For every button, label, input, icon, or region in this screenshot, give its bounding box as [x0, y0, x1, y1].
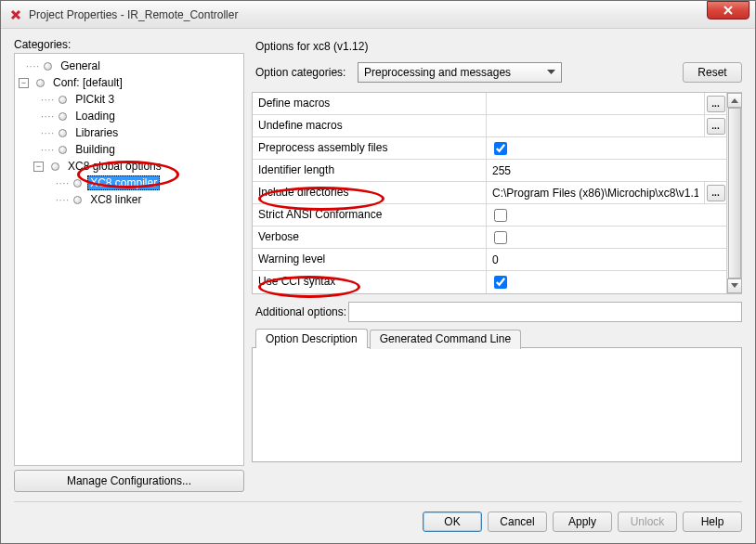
tree-connector: ····: [41, 111, 55, 122]
tab-option-description[interactable]: Option Description: [255, 329, 368, 348]
option-row: Undefine macros...: [253, 115, 726, 137]
option-label: Strict ANSI Conformance: [253, 204, 487, 226]
option-value[interactable]: [487, 137, 726, 159]
content-area: Categories: ···· General − Conf:: [1, 29, 755, 470]
additional-options-label: Additional options:: [252, 305, 348, 318]
option-text-input[interactable]: [490, 186, 700, 201]
option-categories-combo[interactable]: Preprocessing and messages: [358, 62, 562, 83]
option-action: ...: [704, 115, 726, 136]
manage-row: Manage Configurations...: [1, 470, 755, 496]
tree-node-loading[interactable]: Loading: [72, 110, 118, 123]
option-value[interactable]: [487, 204, 726, 226]
tree-connector: ····: [41, 95, 55, 105]
tree-bullet-icon: [36, 79, 45, 87]
cancel-label: Cancel: [500, 515, 534, 528]
tree-node-xc8compiler[interactable]: XC8 compiler: [87, 175, 160, 190]
tab-label: Option Description: [266, 332, 358, 345]
manage-configurations-label: Manage Configurations...: [67, 474, 191, 487]
help-button[interactable]: Help: [683, 512, 742, 532]
option-row: Verbose: [253, 227, 726, 249]
chevron-down-icon: [542, 65, 559, 80]
option-value[interactable]: [487, 115, 704, 136]
unlock-label: Unlock: [631, 515, 665, 528]
categories-tree[interactable]: ···· General − Conf: [default]: [14, 53, 244, 466]
ellipsis-button[interactable]: ...: [707, 96, 725, 112]
option-checkbox[interactable]: [494, 231, 507, 244]
option-label: Verbose: [253, 227, 487, 248]
dialog-button-bar: OK Cancel Apply Unlock Help: [1, 502, 755, 543]
additional-options-row: Additional options:: [252, 302, 742, 322]
option-checkbox[interactable]: [494, 142, 507, 155]
option-value[interactable]: [487, 160, 726, 181]
tree-bullet-icon: [73, 179, 82, 188]
tree-node-xc8linker[interactable]: XC8 linker: [87, 193, 144, 206]
option-action: ...: [704, 182, 726, 203]
option-categories-value: Preprocessing and messages: [364, 66, 511, 79]
option-checkbox[interactable]: [494, 209, 507, 222]
option-value[interactable]: [487, 227, 726, 248]
app-icon: [8, 7, 23, 22]
ellipsis-button[interactable]: ...: [707, 185, 725, 201]
scroll-down-icon[interactable]: [727, 278, 742, 293]
titlebar: Project Properties - IR_Remote_Controlle…: [1, 1, 755, 29]
tree-connector: ····: [41, 145, 55, 155]
tree-toggle-conf[interactable]: −: [19, 78, 29, 88]
tree-node-xc8global[interactable]: XC8 global options: [65, 160, 164, 173]
option-action: ...: [704, 93, 726, 114]
option-label: Define macros: [253, 93, 487, 114]
window-title: Project Properties - IR_Remote_Controlle…: [29, 8, 707, 21]
tree-toggle-xc8global[interactable]: −: [33, 162, 44, 172]
help-label: Help: [701, 515, 724, 528]
option-row: Include directories...: [253, 182, 726, 204]
option-text-input[interactable]: [490, 163, 723, 178]
additional-options-input[interactable]: [348, 302, 742, 322]
option-label: Warning level: [253, 249, 487, 270]
right-pane: Options for xc8 (v1.12) Option categorie…: [252, 38, 742, 466]
option-checkbox[interactable]: [494, 276, 507, 289]
option-row: Preprocess assembly files: [253, 137, 726, 160]
window-frame: Project Properties - IR_Remote_Controlle…: [0, 0, 756, 544]
tree-node-building[interactable]: Building: [72, 143, 118, 156]
option-value[interactable]: [487, 182, 704, 203]
tab-body: [252, 347, 742, 462]
tree-connector: ····: [26, 61, 40, 71]
unlock-button[interactable]: Unlock: [618, 512, 677, 532]
option-value[interactable]: [487, 249, 726, 270]
apply-button[interactable]: Apply: [553, 512, 612, 532]
tree-connector: ····: [41, 128, 55, 138]
ellipsis-button[interactable]: ...: [707, 118, 725, 135]
tree-node-libraries[interactable]: Libraries: [72, 126, 121, 139]
scroll-up-icon[interactable]: [727, 93, 742, 108]
tree-bullet-icon: [73, 196, 82, 204]
reset-button-label: Reset: [697, 66, 726, 79]
manage-configurations-button[interactable]: Manage Configurations...: [14, 470, 244, 492]
option-row: Define macros...: [253, 93, 726, 115]
option-row: Identifier length: [253, 160, 726, 182]
categories-label: Categories:: [14, 38, 244, 51]
option-label: Undefine macros: [253, 115, 487, 136]
tree-bullet-icon: [51, 162, 59, 171]
close-button[interactable]: [707, 1, 749, 19]
option-value[interactable]: [487, 271, 726, 293]
tree-bullet-icon: [59, 129, 67, 137]
option-label: Use CCI syntax: [253, 271, 487, 293]
cancel-button[interactable]: Cancel: [488, 512, 547, 532]
option-label: Include directories: [253, 182, 487, 203]
ok-button[interactable]: OK: [423, 512, 482, 532]
tree-bullet-icon: [59, 96, 67, 104]
apply-label: Apply: [568, 515, 596, 528]
tree-node-general[interactable]: General: [58, 59, 103, 72]
options-heading: Options for xc8 (v1.12): [255, 40, 742, 53]
options-table: Define macros...Undefine macros...Prepro…: [252, 92, 742, 294]
tree-node-conf[interactable]: Conf: [default]: [50, 76, 125, 89]
options-scrollbar[interactable]: [726, 93, 741, 293]
tree-bullet-icon: [59, 112, 67, 121]
tab-generated-command-line[interactable]: Generated Command Line: [370, 330, 521, 349]
scroll-thumb[interactable]: [728, 108, 741, 278]
option-row: Warning level: [253, 249, 726, 271]
reset-button[interactable]: Reset: [683, 62, 742, 83]
tree-bullet-icon: [59, 146, 67, 154]
option-value[interactable]: [487, 93, 704, 114]
tree-node-pickit3[interactable]: PICkit 3: [72, 93, 117, 106]
option-text-input[interactable]: [490, 253, 723, 267]
